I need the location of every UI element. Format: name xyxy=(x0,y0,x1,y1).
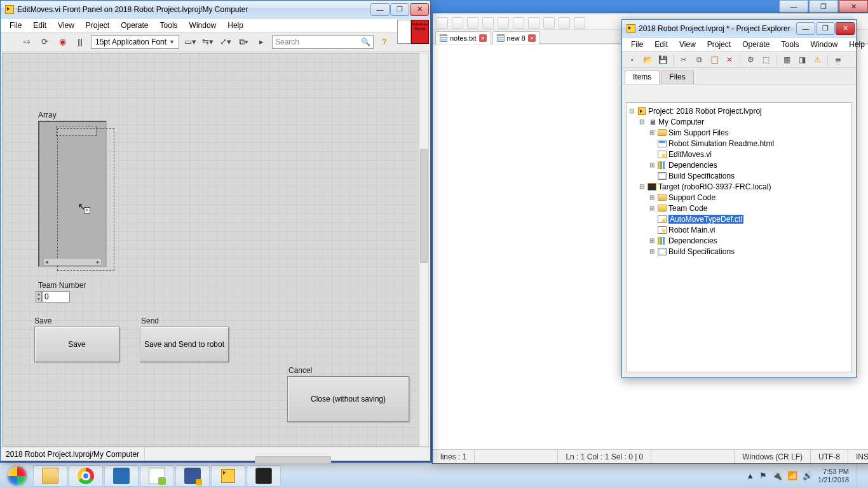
tree-row[interactable]: EditMoves.vi xyxy=(628,149,850,159)
menu-project[interactable]: Project xyxy=(702,39,736,50)
npp-toolbar-button[interactable] xyxy=(482,17,494,29)
numeric-spinner[interactable]: ▲▼ xyxy=(36,291,42,302)
menu-view[interactable]: View xyxy=(674,39,701,50)
show-desktop-button[interactable] xyxy=(857,464,863,487)
fp-vertical-scrollbar[interactable] xyxy=(419,53,429,447)
run-button[interactable]: ⇨ xyxy=(20,35,34,49)
expand-icon[interactable]: ⊞ xyxy=(648,194,656,201)
pe-cut-button[interactable]: ✂ xyxy=(677,53,690,66)
pe-paste-button[interactable]: 📋 xyxy=(708,53,721,66)
pe-tool-button[interactable]: ▦ xyxy=(780,53,793,66)
expand-icon[interactable]: ⊞ xyxy=(648,237,656,244)
search-input[interactable]: Search 🔍 xyxy=(272,35,374,49)
tree-row-target[interactable]: ⊟Target (roboRIO-3937-FRC.local) xyxy=(628,181,850,192)
start-button[interactable] xyxy=(3,465,32,487)
fp-titlebar[interactable]: EditMoves.vi Front Panel on 2018 Robot P… xyxy=(1,1,430,18)
close-icon[interactable]: × xyxy=(528,34,536,42)
menu-operate[interactable]: Operate xyxy=(737,39,775,50)
expand-icon[interactable]: ⊞ xyxy=(648,248,656,255)
resize-button[interactable]: ⤢▾ xyxy=(219,35,233,49)
menu-file[interactable]: File xyxy=(626,39,648,50)
font-selector[interactable]: 15pt Application Font ▼ xyxy=(91,35,179,49)
array-element-placeholder[interactable] xyxy=(57,128,114,271)
npp-toolbar-button[interactable] xyxy=(543,17,555,29)
tree-row[interactable]: Build Specifications xyxy=(628,170,850,181)
fp-close-button[interactable]: ✕ xyxy=(410,3,429,16)
tree-row[interactable]: Robot Simulation Readme.html xyxy=(628,138,850,149)
tree-row-mycomputer[interactable]: ⊟🖥My Computer xyxy=(628,116,850,127)
save-button[interactable]: Save xyxy=(34,327,119,362)
pe-maximize-button[interactable]: ❐ xyxy=(816,22,835,35)
scrollbar-thumb[interactable] xyxy=(255,456,331,464)
tray-power-icon[interactable]: 🔌 xyxy=(772,471,782,480)
pe-titlebar[interactable]: 2018 Robot Project.lvproj * - Project Ex… xyxy=(622,20,856,37)
menu-help[interactable]: Help xyxy=(222,20,248,31)
menu-project[interactable]: Project xyxy=(81,20,114,31)
send-button[interactable]: Save and Send to robot xyxy=(140,327,229,362)
reorder-button[interactable]: ⧉▾ xyxy=(236,35,250,49)
npp-tab-new8[interactable]: new 8 × xyxy=(492,31,540,44)
collapse-icon[interactable]: ⊟ xyxy=(638,183,646,190)
task-explorer[interactable] xyxy=(33,465,67,487)
pause-button[interactable]: || xyxy=(73,35,87,49)
tree-row[interactable]: Robot Main.vi xyxy=(628,224,850,235)
task-notepadpp[interactable] xyxy=(140,465,174,487)
menu-window[interactable]: Window xyxy=(184,20,222,31)
pe-tab-files[interactable]: Files xyxy=(661,71,693,84)
pe-tool-button[interactable]: ⬚ xyxy=(759,53,772,66)
menu-view[interactable]: View xyxy=(53,20,79,31)
tray-clock[interactable]: 7:53 PM 1/21/2018 xyxy=(818,468,849,484)
npp-toolbar-button[interactable] xyxy=(559,17,570,29)
tree-row-project[interactable]: ⊟Project: 2018 Robot Project.lvproj xyxy=(628,105,850,116)
expand-icon[interactable]: ⊞ xyxy=(648,161,656,168)
close-icon[interactable]: × xyxy=(479,34,487,42)
chevron-right-icon[interactable]: ▸ xyxy=(254,35,268,49)
collapse-icon[interactable]: ⊟ xyxy=(628,107,635,114)
cancel-button[interactable]: Close (without saving) xyxy=(287,376,409,422)
pe-new-button[interactable]: ⋆ xyxy=(626,53,639,66)
npp-toolbar-button[interactable] xyxy=(467,17,478,29)
npp-toolbar-button[interactable] xyxy=(498,17,509,29)
align-button[interactable]: ▭▾ xyxy=(183,35,197,49)
menu-window[interactable]: Window xyxy=(806,39,843,50)
tree-row[interactable]: ⊞Sim Support Files xyxy=(628,127,850,138)
tree-row[interactable]: ⊞Build Specifications xyxy=(628,246,850,257)
menu-help[interactable]: Help xyxy=(844,39,868,50)
npp-toolbar-button[interactable] xyxy=(437,17,448,29)
bg-close-button[interactable]: ✕ xyxy=(839,0,868,13)
array-hscroll[interactable]: ◂▸ xyxy=(43,258,102,266)
tray-chevron-icon[interactable]: ▲ xyxy=(746,471,754,480)
tree-row-selected[interactable]: AutoMoveTypeDef.ctl xyxy=(628,214,850,224)
tray-wifi-icon[interactable]: 📶 xyxy=(787,471,797,480)
abort-button[interactable]: ◉ xyxy=(55,35,69,49)
npp-toolbar-button[interactable] xyxy=(574,17,585,29)
front-panel-canvas[interactable]: Array ◂▸ ↖+ Team Number ▲▼ Save Save Sen… xyxy=(2,53,429,447)
expand-icon[interactable]: ⊞ xyxy=(648,129,656,136)
bg-maximize-button[interactable]: ❐ xyxy=(809,0,838,13)
fp-minimize-button[interactable]: — xyxy=(370,3,390,16)
pe-minimize-button[interactable]: — xyxy=(796,22,815,35)
collapse-icon[interactable]: ⊟ xyxy=(638,118,646,125)
pe-filter-button[interactable]: ≣ xyxy=(832,53,844,66)
task-chrome[interactable] xyxy=(69,465,103,487)
menu-edit[interactable]: Edit xyxy=(28,20,51,31)
tree-row[interactable]: ⊞Dependencies xyxy=(628,235,850,246)
pe-copy-button[interactable]: ⧉ xyxy=(693,53,705,66)
connector-pane[interactable] xyxy=(397,20,411,44)
distribute-button[interactable]: ⇆▾ xyxy=(201,35,215,49)
tray-volume-icon[interactable]: 🔊 xyxy=(803,471,813,480)
menu-tools[interactable]: Tools xyxy=(776,39,804,50)
npp-tab-notes[interactable]: notes.txt × xyxy=(435,31,491,44)
npp-toolbar-button[interactable] xyxy=(528,17,539,29)
run-continuous-button[interactable]: ⟳ xyxy=(37,35,51,49)
task-app[interactable] xyxy=(104,465,139,487)
expand-icon[interactable]: ⊞ xyxy=(648,205,656,212)
help-button[interactable]: ? xyxy=(377,35,391,49)
pe-tool-button[interactable]: ◨ xyxy=(796,53,808,66)
task-chip[interactable] xyxy=(247,465,281,487)
pe-close-button[interactable]: ✕ xyxy=(836,22,855,35)
tree-row[interactable]: ⊞Team Code xyxy=(628,203,850,214)
tree-row[interactable]: ⊞Dependencies xyxy=(628,159,850,170)
pe-delete-button[interactable]: ✕ xyxy=(723,53,736,66)
fp-maximize-button[interactable]: ❐ xyxy=(390,3,409,16)
